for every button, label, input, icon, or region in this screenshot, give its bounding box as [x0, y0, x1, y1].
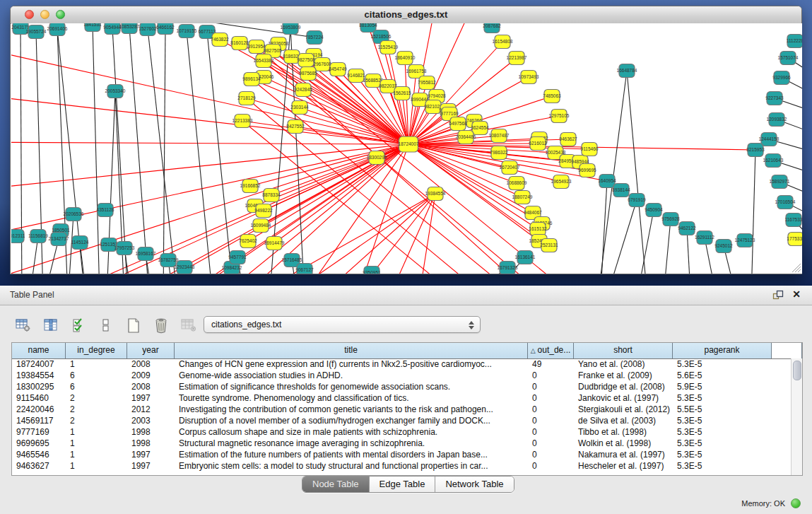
table-cell: 0: [528, 404, 574, 415]
table-cell: 18724007: [12, 358, 66, 370]
deselect-all-icon[interactable]: [95, 315, 117, 335]
node-label: 16154808: [493, 39, 513, 44]
column-header-in_degree[interactable]: in_degree: [66, 343, 127, 358]
table-row[interactable]: 1830029562008Estimation of significance …: [12, 381, 792, 392]
node-label: 2303144: [290, 105, 309, 110]
table-cell: 2012: [127, 404, 175, 415]
table-body: 1872400712008Changes of HCN gene express…: [12, 358, 792, 475]
node-label: 12444158: [759, 136, 779, 141]
network-edge: [751, 150, 755, 274]
network-edge: [612, 200, 637, 274]
network-window[interactable]: citations_edges.txt 18724007183002951938…: [10, 6, 802, 274]
table-cell: de Silva et al. (2003): [574, 415, 673, 426]
sort-ascending-icon: △: [531, 347, 536, 354]
table-cell: 9463627: [12, 460, 66, 472]
node-label: 11525419: [378, 45, 399, 49]
node-label: 10984232: [222, 265, 242, 270]
node-label: 6466162: [156, 25, 175, 30]
table-cell: 5.3E-5: [673, 415, 772, 426]
show-columns-icon[interactable]: [40, 315, 61, 335]
table-row[interactable]: 1872400712008Changes of HCN gene express…: [12, 358, 792, 370]
table-cell: 0: [528, 460, 574, 472]
node-label: 17016504: [775, 199, 796, 204]
resize-grip-icon[interactable]: [792, 264, 801, 272]
delete-rows-icon[interactable]: [151, 315, 172, 335]
node-label: 18724007: [399, 141, 419, 146]
node-label: 8878334: [262, 192, 281, 197]
network-edge: [11, 93, 408, 144]
column-header-name[interactable]: name: [12, 343, 66, 358]
table-cell: 5.3E-5: [673, 358, 772, 370]
table-cell: 1998: [127, 426, 175, 438]
node-label: 7625402: [239, 238, 257, 243]
table-cell: 1997: [127, 392, 175, 404]
column-header-out_de[interactable]: △out_de...: [528, 343, 574, 358]
table-row[interactable]: 977716911998Corpus callosum shape and si…: [12, 426, 792, 438]
node-label: 6791919: [628, 197, 646, 202]
table-row[interactable]: 946554611997Estimation of the future num…: [12, 449, 792, 460]
node-label: 7955812: [418, 80, 436, 85]
network-edge: [386, 194, 435, 274]
tab-network-table[interactable]: Network Table: [435, 477, 513, 492]
column-header-pagerank[interactable]: pagerank: [673, 343, 772, 358]
memory-ok-icon: [791, 498, 801, 508]
delete-table-icon[interactable]: [178, 315, 199, 335]
table-panel-header: Table Panel ✕: [0, 286, 812, 305]
table-cell: Stergiakouli et al. (2012): [574, 404, 673, 415]
table-cell: 0: [528, 426, 574, 438]
node-label: 8454749: [329, 66, 347, 71]
column-header-short[interactable]: short: [574, 343, 673, 358]
column-header-year[interactable]: year: [127, 343, 175, 358]
table-selector-dropdown[interactable]: citations_edges.txt: [204, 316, 481, 333]
network-edge: [93, 25, 100, 274]
node-label: 8938144: [612, 187, 630, 192]
node-label: 2523131: [540, 243, 558, 247]
desktop-background: citations_edges.txt 18724007183002951938…: [0, 0, 812, 290]
table-cell: 0: [528, 438, 574, 449]
table-cell: 9777169: [12, 426, 66, 438]
select-all-icon[interactable]: [68, 315, 89, 335]
table-cell: 0: [528, 449, 574, 460]
float-panel-icon[interactable]: [772, 290, 784, 301]
table-row[interactable]: 911546021997Tourette syndrome. Phenomeno…: [12, 392, 792, 404]
table-cell: 2008: [127, 381, 175, 392]
vertical-scrollbar[interactable]: [791, 358, 802, 475]
table-cell: Hescheler et al. (1997): [574, 460, 673, 472]
network-edge: [408, 83, 427, 144]
table-cell: 1: [66, 358, 127, 370]
node-label: 3624554: [471, 125, 489, 130]
node-label: 15716485: [282, 257, 302, 262]
node-label: 15892971: [770, 179, 790, 184]
scrollbar-thumb[interactable]: [793, 361, 801, 380]
table-cell: 49: [528, 358, 574, 370]
node-label: 10853287: [119, 24, 140, 29]
node-label: 20206536: [64, 211, 84, 216]
node-label: 9822037: [379, 83, 397, 88]
table-row[interactable]: 969969511998Structural magnetic resonanc…: [12, 438, 792, 449]
table-settings-icon[interactable]: [13, 315, 34, 335]
node-label: 19384554: [425, 191, 446, 196]
table-row[interactable]: 2242004622012Investigating the contribut…: [12, 404, 792, 415]
tab-node-table[interactable]: Node Table: [302, 477, 370, 492]
network-window-titlebar[interactable]: citations_edges.txt: [11, 6, 801, 24]
window-title: citations_edges.txt: [11, 6, 801, 23]
node-label: 7857224: [305, 35, 324, 40]
node-label: 9245012: [714, 243, 733, 248]
table-cell: 1: [66, 449, 127, 460]
node-label: 10688609: [507, 180, 527, 185]
node-label: 1841531: [83, 23, 102, 27]
node-label: 11156819: [28, 233, 48, 238]
tab-edge-table[interactable]: Edge Table: [370, 477, 436, 492]
table-row[interactable]: 1938455462009Genome-wide association stu…: [12, 370, 792, 381]
node-label: 19166852: [240, 183, 261, 188]
node-label: 16720407: [500, 165, 520, 170]
node-label: 6216012: [529, 141, 547, 146]
close-panel-icon[interactable]: ✕: [792, 288, 801, 300]
network-canvas[interactable]: 1872400718300295193845542043171190557242…: [11, 23, 802, 274]
table-cell: Tourette syndrome. Phenomenology and cla…: [175, 392, 528, 404]
table-row[interactable]: 946362711997Embryonic stem cells: a mode…: [12, 460, 792, 472]
table-row[interactable]: 1456911722003Disruption of a novel membe…: [12, 415, 792, 426]
new-table-icon[interactable]: [123, 315, 144, 335]
column-header-title[interactable]: title: [175, 343, 528, 358]
network-edge: [250, 144, 408, 186]
